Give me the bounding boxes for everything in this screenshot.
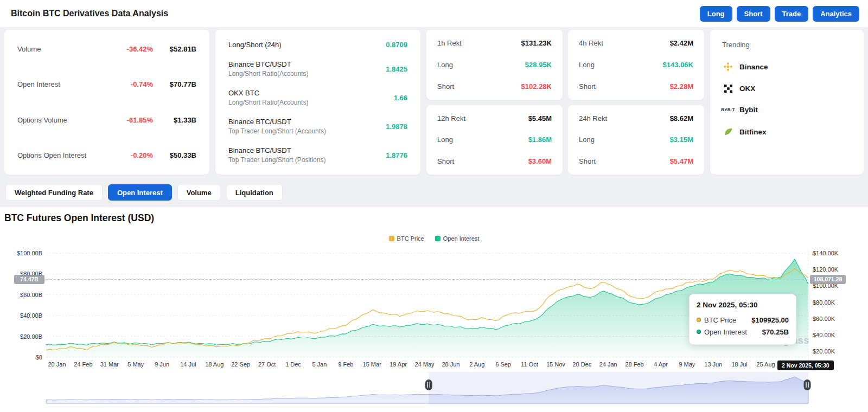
ls-labels: Long/Short (24h): [228, 41, 386, 49]
ls-value: 1.8776: [386, 151, 407, 159]
svg-text:$100.00B: $100.00B: [17, 250, 42, 256]
rekt-total-row: 24h Rekt$8.62M: [579, 114, 693, 123]
chart-title: BTC Futures Open Interest (USD): [0, 207, 868, 226]
svg-text:9 May: 9 May: [679, 361, 695, 368]
ls-sub-label: Top Trader Long/Short (Accounts): [228, 127, 386, 135]
tab-volume[interactable]: Volume: [177, 184, 221, 201]
binance-icon: [723, 62, 733, 72]
chart-tabs: Weighted Funding RateOpen InterestVolume…: [5, 184, 868, 201]
rekt-long-row: Long$143.06K: [579, 61, 693, 69]
rekt-long-value: $1.86M: [528, 136, 552, 144]
rekt-long-label: Long: [437, 136, 453, 144]
chart-section: BTC Futures Open Interest (USD) BTC Pric…: [0, 207, 868, 412]
rekt-long-row: Long$1.86M: [437, 136, 552, 144]
rekt-card-12h-rekt: 12h Rekt$5.45MLong$1.86MShort$3.60M: [426, 105, 563, 175]
rekt-title: 4h Rekt: [579, 39, 603, 47]
svg-text:18 Jul: 18 Jul: [731, 361, 747, 368]
short-button[interactable]: Short: [737, 6, 770, 22]
svg-text:24 Feb: 24 Feb: [74, 361, 92, 368]
ls-row-1: Binance BTC/USDTLong/Short Ratio(Account…: [228, 60, 407, 78]
chart-tooltip: 2 Nov 2025, 05:30 BTC Price$109925.00Ope…: [689, 294, 796, 345]
bybit-icon: BYB!T: [721, 107, 735, 112]
svg-text:11 Oct: 11 Oct: [521, 361, 538, 368]
long-button[interactable]: Long: [700, 6, 732, 22]
tab-open-interest[interactable]: Open Interest: [108, 184, 172, 201]
chart-legend: BTC PriceOpen Interest: [0, 235, 868, 242]
svg-text:20 Dec: 20 Dec: [572, 361, 591, 368]
tooltip-rows: BTC Price$109925.00Open Interest$70.25B: [697, 314, 789, 338]
ls-labels: OKX BTCLong/Short Ratio(Accounts): [228, 89, 394, 106]
stats-value: $70.77B: [153, 80, 196, 88]
right-axis-current-badge: 108,071.28: [810, 275, 846, 284]
ls-sub-label: Long/Short Ratio(Accounts): [228, 70, 386, 78]
rekt-long-value: $143.06K: [663, 61, 693, 69]
ls-main-label: OKX BTC: [228, 89, 394, 97]
long-short-rows: Long/Short (24h)0.8709Binance BTC/USDTLo…: [228, 41, 407, 164]
rekt-short-row: Short$3.60M: [437, 157, 552, 165]
navigator-window[interactable]: [429, 372, 808, 404]
svg-text:6 Sep: 6 Sep: [495, 361, 511, 368]
tab-liquidation[interactable]: Liquidation: [226, 184, 283, 201]
page-title: Bitcoin BTC Derivatives Data Analysis: [11, 9, 168, 18]
legend-item-open-interest[interactable]: Open Interest: [435, 235, 480, 242]
svg-text:28 Feb: 28 Feb: [625, 361, 643, 368]
trending-item-binance[interactable]: Binance: [722, 62, 852, 72]
stats-row-options-open-interest: Options Open Interest-0.20%$50.33B: [17, 151, 196, 159]
tooltip-label: BTC Price: [704, 316, 751, 324]
rekt-short-value: $2.28M: [670, 82, 693, 91]
rekt-short-label: Short: [437, 157, 454, 165]
ls-value: 1.8425: [386, 65, 407, 73]
rekt-total: $131.23K: [521, 39, 552, 47]
svg-text:24 Jan: 24 Jan: [599, 361, 617, 368]
rekt-long-label: Long: [437, 61, 453, 69]
stats-value: $1.33B: [153, 116, 196, 124]
trending-item-okx[interactable]: OKX: [722, 85, 852, 93]
ls-value: 0.8709: [386, 41, 407, 49]
trade-button[interactable]: Trade: [775, 6, 809, 22]
svg-text:19 Apr: 19 Apr: [390, 361, 407, 368]
trending-item-bitfinex[interactable]: Bitfinex: [722, 127, 852, 137]
stats-label: Volume: [17, 45, 107, 53]
tooltip-dot: [697, 330, 701, 334]
svg-text:1 Dec: 1 Dec: [285, 361, 301, 368]
trending-name: Bybit: [739, 106, 758, 114]
rekt-total-row: 4h Rekt$2.42M: [579, 39, 693, 47]
navigator-right-handle[interactable]: [804, 379, 811, 390]
rekt-card-24h-rekt: 24h Rekt$8.62MLong$3.15MShort$5.47M: [568, 105, 704, 175]
stats-row-options-volume: Options Volume-61.85%$1.33B: [17, 116, 196, 124]
rekt-short-value: $3.60M: [528, 157, 552, 165]
rekt-short-value: $5.47M: [670, 157, 693, 165]
tooltip-value: $109925.00: [751, 316, 789, 324]
ls-sub-label: Top Trader Long/Short (Positions): [228, 156, 386, 164]
trending-items: BinanceOKXBYB!TBybitBitfinex: [722, 62, 852, 137]
svg-text:9 Feb: 9 Feb: [338, 361, 353, 368]
rekt-short-label: Short: [579, 157, 596, 165]
crosshair-date-badge: 2 Nov 2025, 05:30: [777, 360, 834, 370]
svg-text:22 Sep: 22 Sep: [231, 361, 250, 368]
stats-change: -0.74%: [107, 80, 153, 88]
tooltip-dot: [697, 318, 701, 322]
legend-label: BTC Price: [397, 235, 424, 242]
analytics-button[interactable]: Analytics: [813, 6, 859, 22]
svg-text:$60.00K: $60.00K: [813, 316, 835, 322]
tooltip-row-open-interest: Open Interest$70.25B: [697, 326, 789, 338]
svg-text:4 Apr: 4 Apr: [654, 361, 668, 368]
rekt-long-value: $28.95K: [525, 61, 552, 69]
svg-text:14 Jul: 14 Jul: [180, 361, 196, 368]
legend-swatch-btc-price: [389, 236, 394, 241]
svg-text:5 Jan: 5 Jan: [312, 361, 327, 368]
svg-text:$60.00B: $60.00B: [20, 292, 42, 298]
ls-value: 1.66: [394, 94, 407, 102]
long-short-card: Long/Short (24h)0.8709Binance BTC/USDTLo…: [215, 30, 420, 175]
ls-main-label: Binance BTC/USDT: [228, 60, 386, 68]
legend-item-btc-price[interactable]: BTC Price: [389, 235, 424, 242]
stats-change: -0.20%: [107, 151, 153, 159]
ls-main-label: Binance BTC/USDT: [228, 146, 386, 154]
rekt-long-label: Long: [579, 61, 595, 69]
chart-area[interactable]: $100.00B$80.00B$60.00B$40.00B$20.00B$0$1…: [0, 245, 868, 408]
legend-swatch-open-interest: [435, 236, 441, 241]
tab-weighted-funding-rate[interactable]: Weighted Funding Rate: [5, 184, 103, 201]
ls-main-label: Long/Short (24h): [228, 41, 386, 49]
trending-item-bybit[interactable]: BYB!TBybit: [722, 106, 852, 114]
navigator-left-handle[interactable]: [425, 379, 432, 390]
